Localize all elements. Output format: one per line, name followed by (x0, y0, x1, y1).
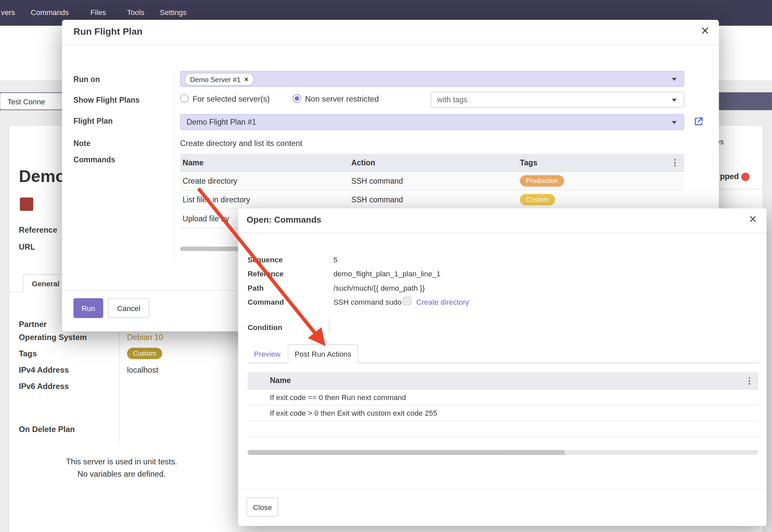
radio-for-selected-servers-label[interactable]: For selected server(s) (192, 95, 270, 104)
open-commands-title: Open: Commands (247, 215, 321, 225)
cancel-button[interactable]: Cancel (108, 298, 149, 318)
cancel-button-label: Cancel (117, 304, 140, 312)
close-button[interactable]: Close (247, 498, 278, 517)
table-row[interactable]: If exit code > 0 then Exit with custom e… (248, 405, 759, 421)
color-swatch[interactable] (20, 197, 33, 211)
tab-preview[interactable]: Preview (254, 350, 280, 358)
flight-plan-input[interactable]: Demo Flight Plan #1 (180, 114, 684, 130)
row-action: SSH command (349, 176, 517, 185)
nav-item-files[interactable]: Files (90, 8, 106, 16)
external-link-icon[interactable] (693, 116, 704, 127)
table-row[interactable]: Create directory SSH command Production (180, 172, 684, 191)
horizontal-scrollbar[interactable] (248, 450, 565, 455)
nav-item-commands[interactable]: Commands (31, 8, 69, 16)
commands-table-header: Name Action Tags ⋮ (180, 154, 684, 172)
server-title: Demo (19, 167, 66, 186)
radio-for-selected-servers[interactable] (180, 94, 188, 103)
close-icon[interactable]: × (701, 24, 709, 38)
row-name: If exit code == 0 then Run next command (267, 393, 759, 401)
col-header-tags[interactable]: Tags (517, 158, 671, 167)
row-name: List files in directory (180, 195, 349, 204)
commands-label: Commands (73, 155, 115, 164)
note-label: Note (73, 139, 90, 148)
note-value: Create directory and list its content (180, 139, 302, 148)
close-button-label: Close (253, 503, 272, 511)
row-tags: Production (517, 175, 684, 186)
on-delete-plan-label: On Delete Plan (19, 425, 75, 434)
nav-item-servers[interactable]: vers (1, 8, 15, 16)
tab-general[interactable]: General (23, 274, 68, 292)
status-stat-button[interactable]: pped (719, 165, 763, 190)
label-column-divider (174, 73, 174, 265)
table-options-icon[interactable]: ⋮ (745, 376, 754, 385)
unit-test-note: This server is used in unit tests. No va… (47, 457, 196, 479)
path-value: /such/much/{{ demo_path }} (333, 284, 425, 292)
test-connection-button[interactable]: Test Conne (0, 93, 64, 110)
chevron-down-icon[interactable] (672, 78, 677, 81)
close-icon[interactable]: × (749, 212, 757, 225)
radio-non-server-restricted[interactable] (293, 94, 301, 103)
chevron-down-icon[interactable] (672, 99, 677, 102)
status-red-dot (741, 173, 750, 181)
radio-non-server-restricted-label[interactable]: Non server restricted (305, 95, 379, 104)
chevron-down-icon[interactable] (672, 121, 677, 124)
screen: vers Commands Files Tools Settings Test … (0, 0, 772, 532)
with-tags-dropdown[interactable]: with tags (431, 92, 684, 108)
reference-value: demo_flight_plan_1_plan_line_1 (333, 269, 441, 278)
command-link[interactable]: Create directory (416, 298, 469, 306)
tab-post-run-actions[interactable]: Post Run Actions (288, 344, 358, 363)
run-on-input[interactable]: Demo Server #1 ✕ (180, 71, 684, 87)
open-commands-modal: Open: Commands × Sequence 5 Reference de… (238, 208, 766, 526)
flight-plan-label: Flight Plan (73, 117, 113, 126)
remove-tag-icon[interactable]: ✕ (244, 76, 249, 82)
ipv4-label: IPv4 Address (19, 366, 69, 375)
sequence-value: 5 (333, 256, 337, 264)
unit-test-note-line2: No variables are defined. (47, 470, 196, 479)
ipv6-label: IPv6 Address (19, 382, 69, 391)
col-header-name[interactable]: Name (180, 158, 349, 167)
flight-plan-value: Demo Flight Plan #1 (187, 118, 256, 127)
tab-general-label: General (32, 279, 59, 288)
operating-system-value: Debian 10 (127, 333, 163, 342)
ipv4-value: localhost (127, 366, 158, 375)
row-name: Create directory (180, 176, 349, 185)
server-tag-custom-label: Custom (133, 350, 156, 357)
run-on-tag[interactable]: Demo Server #1 ✕ (185, 73, 254, 86)
url-label: URL (19, 243, 35, 252)
col-header-action[interactable]: Action (349, 158, 517, 167)
run-button[interactable]: Run (73, 298, 103, 318)
col-header-name[interactable]: Name (267, 376, 745, 385)
row-name: If exit code > 0 then Exit with custom e… (267, 409, 759, 417)
with-tags-value: with tags (437, 95, 467, 104)
table-row[interactable]: List files in directory SSH command Cust… (180, 191, 684, 210)
tag-production: Production (520, 175, 564, 186)
row-tags: Custom (517, 194, 684, 205)
row-action: SSH command (349, 195, 517, 204)
path-label: Path (248, 284, 264, 292)
status-stat-label: pped (720, 172, 739, 181)
sequence-label: Sequence (248, 256, 283, 264)
run-flight-plan-title: Run Flight Plan (73, 26, 142, 37)
table-row[interactable]: If exit code == 0 then Run next command (248, 389, 759, 405)
actions-table-header: Name ⋮ (248, 372, 759, 389)
modal-header-divider (238, 233, 766, 233)
unit-test-note-line1: This server is used in unit tests. (47, 457, 196, 466)
tab-post-run-actions-label: Post Run Actions (295, 350, 351, 358)
modal-header-divider (62, 45, 719, 45)
nav-item-tools[interactable]: Tools (127, 8, 144, 16)
command-label: Command (248, 298, 284, 306)
table-options-icon[interactable]: ⋮ (671, 158, 679, 167)
server-tag-custom[interactable]: Custom (127, 348, 162, 359)
tags-label: Tags (19, 349, 37, 358)
show-flight-plans-label: Show Flight Plans (73, 96, 140, 105)
run-button-label: Run (81, 304, 95, 312)
run-on-tag-label: Demo Server #1 (190, 75, 241, 83)
field-separator-line (119, 319, 119, 442)
partner-label: Partner (19, 320, 47, 329)
nav-item-settings[interactable]: Settings (160, 8, 187, 16)
reference-label: Reference (19, 226, 57, 235)
test-connection-label: Test Conne (7, 97, 45, 105)
command-checkbox[interactable] (403, 297, 411, 305)
run-on-label: Run on (73, 75, 100, 84)
table-row-empty[interactable] (248, 421, 759, 437)
